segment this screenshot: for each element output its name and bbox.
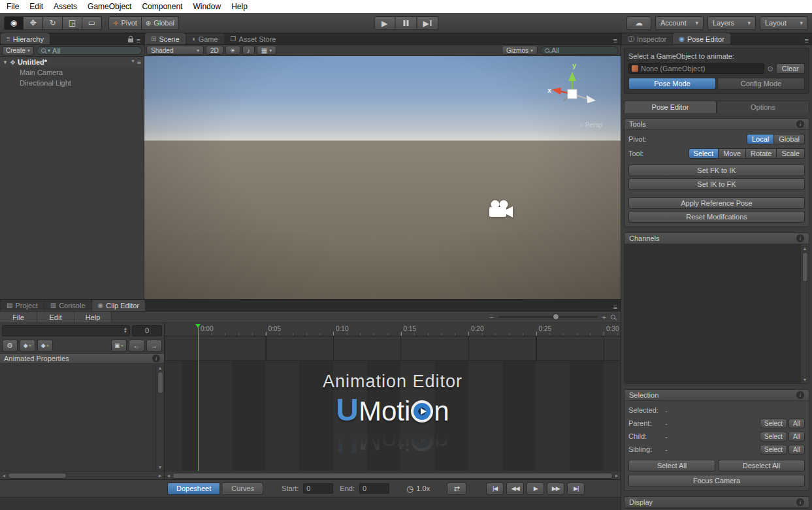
global-toggle-button[interactable]: ⊕Global [142,16,179,30]
menu-file[interactable]: File [1,2,24,11]
timeline-ruler[interactable]: 0:00 0:05 0:10 0:15 0:20 0:25 0:30 [165,323,621,336]
scene-search-input[interactable]: All [540,46,619,55]
clear-button[interactable]: Clear [776,63,805,74]
menu-gameobject[interactable]: GameObject [82,2,137,11]
properties-vertical-scrollbar[interactable]: ▲ ▼ [155,364,164,471]
panel-menu-icon[interactable]: ≡ [137,37,140,44]
tab-curves[interactable]: Curves [223,483,263,495]
play-animation-button[interactable]: ▶ [527,483,544,495]
playhead[interactable] [198,324,199,471]
pause-button[interactable] [395,16,417,30]
panel-menu-icon[interactable]: ≡ [805,37,809,44]
properties-horizontal-scrollbar[interactable]: ◄ ► [0,471,164,479]
zoom-out-icon[interactable]: − [489,313,493,321]
rotate-tool-button[interactable]: ↻ [43,16,63,30]
loop-toggle-button[interactable]: ⇄ [447,483,466,495]
deselect-all-button[interactable]: Deselect All [718,460,805,471]
foldout-icon[interactable]: ▼ [3,59,8,65]
add-event-button[interactable]: ▣+ [111,340,127,352]
set-fk-to-ik-button[interactable]: Set FK to IK [628,165,805,176]
keyframe-strip[interactable] [165,336,621,361]
info-icon[interactable]: i [796,234,804,242]
playback-speed-button[interactable]: ◷1.0x [406,484,430,494]
pivot-global-button[interactable]: Global [774,134,805,144]
tab-asset-store[interactable]: ❒Asset Store [225,33,282,44]
scroll-right-icon[interactable]: ► [156,471,164,479]
parent-select-button[interactable]: Select [760,419,787,428]
timeline-search-icon[interactable] [611,315,615,319]
panel-menu-icon[interactable]: ≡ [613,37,617,44]
hierarchy-item-main-camera[interactable]: Main Camera [0,67,144,78]
sibling-select-button[interactable]: Select [760,445,787,454]
scroll-down-icon[interactable]: ▼ [158,463,163,471]
move-tool-button[interactable]: ✥ [24,16,43,30]
parent-all-button[interactable]: All [788,419,805,428]
pose-mode-button[interactable]: Pose Mode [628,78,716,89]
tool-move-button[interactable]: Move [719,148,746,159]
effects-dropdown-button[interactable]: ▦▾ [257,46,276,55]
channels-vertical-scrollbar[interactable]: ▲ ▼ [800,244,809,383]
info-icon[interactable]: i [796,391,804,399]
info-icon[interactable]: i [796,120,804,128]
menu-edit[interactable]: Edit [24,2,48,11]
create-dropdown[interactable]: Create▾ [2,46,34,56]
clip-select-dropdown[interactable]: ▲▼ [2,325,130,336]
orientation-gizmo[interactable] [541,67,604,121]
scroll-left-icon[interactable]: ◄ [0,471,8,479]
add-keyframe-all-button[interactable]: ◆+ [37,340,53,352]
start-field[interactable]: 0 [303,483,333,494]
scrollbar-thumb[interactable] [802,252,808,282]
tool-select-button[interactable]: Select [689,148,719,159]
tool-rotate-button[interactable]: Rotate [746,148,777,159]
axis-y-label[interactable]: y [572,61,576,69]
tab-project[interactable]: ▤Project [1,300,44,311]
2d-toggle-button[interactable]: 2D [206,46,223,55]
subtab-options[interactable]: Options [717,101,809,113]
info-icon[interactable]: i [152,355,160,362]
child-all-button[interactable]: All [788,432,805,441]
lighting-toggle-button[interactable]: ☀ [225,46,240,55]
end-field[interactable]: 0 [359,483,389,494]
clip-menu-file[interactable]: File [0,311,37,323]
scroll-down-icon[interactable]: ▼ [803,375,807,383]
scene-menu-icon[interactable]: ≡ [137,58,141,66]
tool-scale-button[interactable]: Scale [777,148,805,159]
pivot-toggle-button[interactable]: ✛Pivot [108,16,142,30]
collab-cloud-button[interactable]: ☁ [626,16,651,30]
timeline-horizontal-scrollbar[interactable]: ◄ ► [165,471,621,479]
audio-toggle-button[interactable]: ♪ [242,46,255,55]
scene-root-row[interactable]: ▼ ❖ Untitled* ▾ ≡ [0,57,144,67]
tab-dopesheet[interactable]: Dopesheet [167,483,220,495]
tab-console[interactable]: ▥Console [44,300,91,311]
tab-game[interactable]: ◖Game [186,33,224,44]
play-button[interactable]: ▶ [374,16,395,30]
gameobject-object-field[interactable]: None (GameObject) [628,63,764,74]
focus-camera-button[interactable]: Focus Camera [628,475,805,486]
perspective-label[interactable]: ‹Persp [581,121,602,129]
hand-tool-button[interactable]: ◉ [4,16,24,30]
menu-help[interactable]: Help [226,2,253,11]
clip-menu-edit[interactable]: Edit [37,311,74,323]
tab-hierarchy[interactable]: ≡Hierarchy [1,33,50,44]
step-button[interactable]: ▶ [417,16,438,30]
pivot-local-button[interactable]: Local [747,134,774,144]
camera-gizmo-icon[interactable] [487,199,515,220]
chevron-down-icon[interactable]: ▾ [132,58,135,66]
add-keyframe-button[interactable]: ◆+ [20,340,35,352]
scrollbar-thumb[interactable] [8,473,67,479]
zoom-in-icon[interactable]: + [602,313,606,321]
rewind-button[interactable]: ◀◀ [506,483,524,495]
scroll-left-icon[interactable]: ◄ [165,471,172,479]
channels-list[interactable] [625,244,800,383]
layers-dropdown[interactable]: Layers▾ [707,16,756,30]
tab-scene[interactable]: ⊞Scene [145,33,186,44]
shading-mode-dropdown[interactable]: Shaded▾ [146,46,204,55]
menu-component[interactable]: Component [137,2,187,11]
axis-x-label[interactable]: x [547,86,551,94]
lock-icon[interactable] [128,39,133,42]
config-mode-button[interactable]: Config Mode [717,78,805,89]
tab-clip-editor[interactable]: ◉Clip Editor [92,300,145,311]
hierarchy-search-input[interactable]: ▾All [37,46,142,55]
menu-assets[interactable]: Assets [48,2,82,11]
scene-viewport[interactable]: y x ‹Persp [144,56,621,299]
